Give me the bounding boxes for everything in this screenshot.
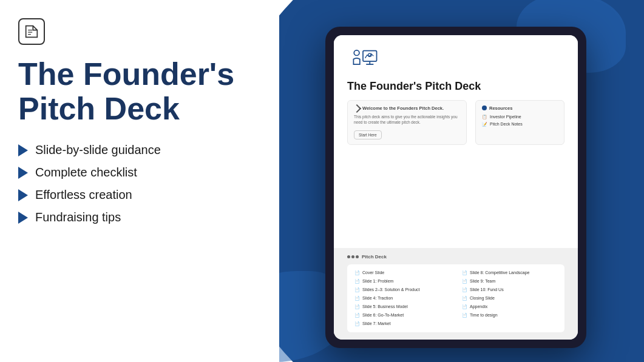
pitch-deck-header: Pitch Deck: [347, 254, 564, 260]
page-icon: 📄: [354, 313, 360, 318]
chevron-icon: [18, 189, 28, 201]
chevron-icon: [18, 144, 28, 156]
feature-text: Effortless creation: [35, 188, 132, 202]
main-title: The Founder's Pitch Deck: [18, 57, 261, 126]
feature-text: Complete checklist: [35, 166, 137, 179]
pitch-item-text: Slides 2–3: Solution & Product: [362, 287, 420, 292]
pitch-item-2: 📄 Slides 2–3: Solution & Product: [354, 286, 450, 293]
welcome-body: This pitch deck aims to give you the act…: [354, 114, 460, 126]
pitch-deck-section: Pitch Deck 📄 Cover Slide 📄 Slide 8: Comp…: [334, 248, 578, 340]
pitch-item-1: 📄 Slide 1: Problem: [354, 278, 450, 285]
pitch-item-text: Slide 9: Team: [470, 279, 495, 283]
right-panel: The Founder's Pitch Deck Welcome to the …: [268, 0, 644, 362]
page-icon: 📄: [462, 313, 467, 318]
pitch-item-text: Slide 4: Traction: [362, 296, 393, 300]
tablet-content: The Founder's Pitch Deck Welcome to the …: [334, 35, 578, 248]
resource-text: Investor Pipeline: [490, 115, 521, 119]
tablet-screen: The Founder's Pitch Deck Welcome to the …: [334, 35, 578, 340]
welcome-header: Welcome to the Founders Pitch Deck.: [354, 106, 460, 112]
resource-item-notes: 📝 Pitch Deck Notes: [482, 122, 558, 127]
start-here-label: Start Here: [359, 133, 377, 137]
page-icon: 📄: [462, 279, 467, 284]
resources-dot-icon: [482, 106, 487, 110]
resources-label: Resources: [489, 106, 512, 111]
svg-point-0: [354, 50, 359, 55]
dot: [356, 255, 359, 258]
feature-text: Slide-by-slide guidance: [35, 143, 161, 157]
pitch-item-9: 📄 Slide 10: Fund Us: [462, 286, 557, 293]
pitch-item-5: 📄 Slide 6: Go-To-Market: [354, 312, 450, 319]
welcome-box: Welcome to the Founders Pitch Deck. This…: [347, 100, 467, 146]
page-icon: 📄: [354, 279, 360, 284]
page-icon: 📄: [354, 321, 360, 326]
feature-creation: Effortless creation: [18, 188, 261, 202]
pitch-item-3: 📄 Slide 4: Traction: [354, 295, 450, 302]
feature-slide-guidance: Slide-by-slide guidance: [18, 143, 261, 157]
pitch-item-0: 📄 Cover Slide: [354, 269, 450, 277]
welcome-label: Welcome to the Founders Pitch Deck.: [362, 106, 444, 111]
pitch-item-8: 📄 Slide 9: Team: [462, 278, 557, 285]
resource-item-pipeline: 📋 Investor Pipeline: [482, 115, 558, 119]
pitch-item-10: 📄 Closing Slide: [462, 295, 557, 302]
page-icon: 📄: [354, 270, 360, 275]
feature-checklist: Complete checklist: [18, 166, 261, 179]
pitch-deck-label: Pitch Deck: [362, 254, 387, 260]
pitch-item-text: Slide 7: Market: [362, 321, 391, 326]
pitch-item-6: 📄 Slide 7: Market: [354, 320, 450, 327]
notion-logo: [18, 18, 45, 45]
start-here-button[interactable]: Start Here: [354, 130, 382, 139]
pitch-item-text: Slide 8: Competitive Landscape: [470, 270, 529, 275]
dot: [347, 255, 350, 258]
tablet-top-row: Welcome to the Founders Pitch Deck. This…: [347, 100, 564, 146]
pitch-item-7: 📄 Slide 8: Competitive Landscape: [462, 269, 557, 277]
resources-box: Resources 📋 Investor Pipeline 📝 Pitch De…: [475, 100, 564, 146]
page-icon: 📄: [462, 270, 467, 275]
page-icon: 📄: [354, 287, 360, 292]
page-icon: 📄: [354, 304, 360, 309]
left-panel: The Founder's Pitch Deck Slide-by-slide …: [0, 0, 279, 362]
pitch-item-text: Slide 10: Fund Us: [470, 287, 504, 292]
features-list: Slide-by-slide guidance Complete checkli…: [18, 143, 261, 224]
three-dots-icon: [347, 255, 359, 258]
tablet-device: The Founder's Pitch Deck Welcome to the …: [325, 27, 586, 348]
pitch-deck-icon: [347, 47, 564, 74]
pitch-item-text: Time to design: [470, 313, 498, 317]
pipeline-icon: 📋: [482, 115, 487, 119]
page-icon: 📄: [462, 287, 467, 292]
chevron-icon: [18, 212, 28, 224]
pitch-item-text: Slide 1: Problem: [362, 279, 393, 283]
pitch-item-text: Cover Slide: [362, 270, 384, 275]
resource-text: Pitch Deck Notes: [490, 122, 523, 126]
pitch-item-text: Slide 5: Business Model: [362, 304, 408, 309]
pitch-item-text: Closing Slide: [470, 296, 495, 300]
pitch-deck-items: 📄 Cover Slide 📄 Slide 8: Competitive Lan…: [347, 264, 564, 332]
pitch-item-11: 📄 Appendix: [462, 303, 557, 310]
arrow-icon: [353, 104, 361, 112]
pitch-item-12: 📄 Time to design: [462, 312, 557, 319]
notes-icon: 📝: [482, 122, 487, 127]
pitch-item-4: 📄 Slide 5: Business Model: [354, 303, 450, 310]
pitch-item-text: Slide 6: Go-To-Market: [362, 313, 404, 317]
feature-fundraising: Fundraising tips: [18, 210, 261, 224]
page-icon: 📄: [462, 296, 467, 301]
resources-header: Resources: [482, 106, 558, 111]
page-icon: 📄: [354, 296, 360, 301]
feature-text: Fundraising tips: [35, 210, 121, 224]
pitch-item-text: Appendix: [470, 304, 487, 309]
page-icon: 📄: [462, 304, 467, 309]
tablet-doc-title: The Founder's Pitch Deck: [347, 80, 564, 93]
chevron-icon: [18, 167, 28, 179]
dot: [351, 255, 354, 258]
